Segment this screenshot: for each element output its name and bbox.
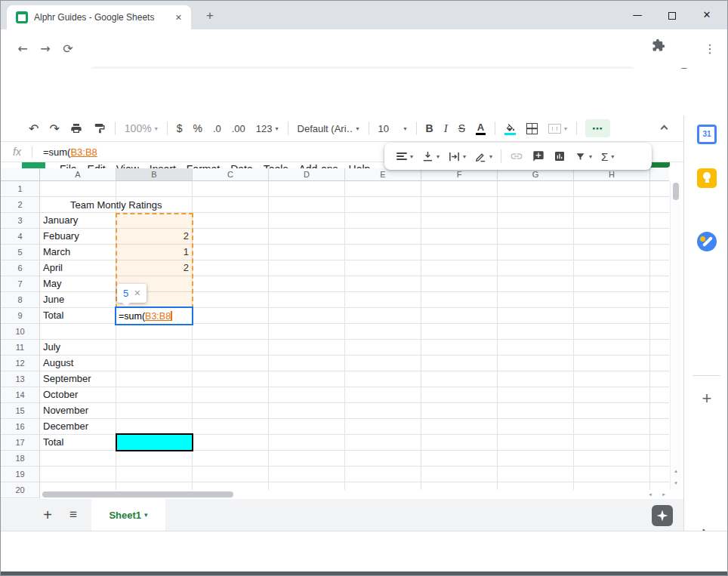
row-header-8[interactable]: 8 xyxy=(1,292,40,308)
cell-partial-4[interactable] xyxy=(650,229,669,245)
minimize-button[interactable]: — xyxy=(625,1,650,29)
row-header-14[interactable]: 14 xyxy=(1,387,40,403)
cell-h6[interactable] xyxy=(574,260,650,276)
horizontal-scrollbar-thumb[interactable] xyxy=(42,491,233,497)
text-wrap-button[interactable]: ▾ xyxy=(444,151,470,162)
cell-h1[interactable] xyxy=(574,181,650,197)
cell-h2[interactable] xyxy=(574,197,650,213)
merge-cells-button[interactable]: ▾ xyxy=(543,119,572,138)
hide-menus-button[interactable] xyxy=(656,122,671,135)
cell-h5[interactable] xyxy=(574,245,650,260)
cell-d2[interactable] xyxy=(269,197,345,213)
cell-e2[interactable] xyxy=(345,197,421,213)
cell-e11[interactable] xyxy=(345,340,421,356)
cell-c8[interactable] xyxy=(193,292,269,308)
cell-partial-8[interactable] xyxy=(650,292,669,308)
cell-d8[interactable] xyxy=(269,292,345,308)
cell-d1[interactable] xyxy=(269,181,345,197)
cell-f12[interactable] xyxy=(421,356,498,371)
cell-d16[interactable] xyxy=(269,419,345,435)
cell-a13[interactable]: September xyxy=(40,371,116,387)
cell-h17[interactable] xyxy=(574,435,650,451)
cell-c10[interactable] xyxy=(193,324,269,340)
back-button[interactable]: ← xyxy=(13,39,32,59)
cell-partial-16[interactable] xyxy=(650,419,669,435)
cell-f15[interactable] xyxy=(421,403,498,419)
row-header-5[interactable]: 5 xyxy=(1,245,40,260)
cell-partial-7[interactable] xyxy=(650,276,669,292)
cell-f4[interactable] xyxy=(421,229,498,245)
cell-c5[interactable] xyxy=(193,245,269,260)
cell-c6[interactable] xyxy=(193,260,269,276)
cell-b11[interactable] xyxy=(116,340,193,356)
column-header-c[interactable]: C xyxy=(193,168,269,181)
toolbar-more-button[interactable]: ⋯ xyxy=(585,119,610,137)
cell-b12[interactable] xyxy=(116,356,193,371)
column-header-a[interactable]: A xyxy=(40,168,116,181)
redo-button[interactable]: ↷ xyxy=(44,119,64,138)
cell-e3[interactable] xyxy=(345,213,421,229)
cell-c3[interactable] xyxy=(193,213,269,229)
column-header-h[interactable]: H xyxy=(574,168,650,181)
cell-h11[interactable] xyxy=(574,340,650,356)
functions-button[interactable]: Σ▾ xyxy=(597,150,618,163)
cell-a7[interactable]: May xyxy=(40,276,116,292)
cell-g4[interactable] xyxy=(498,229,574,245)
column-header-g[interactable]: G xyxy=(498,168,574,181)
cell-a9[interactable]: Total xyxy=(40,308,116,324)
cell-f1[interactable] xyxy=(421,181,498,197)
italic-button[interactable]: I xyxy=(439,119,453,138)
cell-partial-6[interactable] xyxy=(650,260,669,276)
sheet-tab-menu-icon[interactable]: ▾ xyxy=(144,511,148,519)
cell-partial-9[interactable] xyxy=(650,308,669,324)
cell-g3[interactable] xyxy=(498,213,574,229)
cell-a18[interactable] xyxy=(40,451,116,467)
cell-partial-11[interactable] xyxy=(650,340,669,356)
cell-h13[interactable] xyxy=(574,371,650,387)
cell-d15[interactable] xyxy=(269,403,345,419)
filter-button[interactable]: ▾ xyxy=(570,151,597,162)
row-header-20[interactable]: 20 xyxy=(1,482,40,498)
cell-b17-cyan-fill[interactable] xyxy=(116,433,193,451)
all-sheets-button[interactable]: ≡ xyxy=(64,506,82,524)
cell-g18[interactable] xyxy=(498,451,574,467)
row-header-4[interactable]: 4 xyxy=(1,229,40,245)
cell-a6[interactable]: April xyxy=(40,260,116,276)
cell-f10[interactable] xyxy=(421,324,498,340)
cell-d6[interactable] xyxy=(269,260,345,276)
cell-c19[interactable] xyxy=(193,467,269,482)
cell-b1[interactable] xyxy=(116,181,193,197)
horizontal-align-button[interactable]: ▾ xyxy=(392,151,418,162)
cell-d3[interactable] xyxy=(269,213,345,229)
cell-d14[interactable] xyxy=(269,387,345,403)
cell-d4[interactable] xyxy=(269,229,345,245)
row-header-11[interactable]: 11 xyxy=(1,340,40,356)
cell-d17[interactable] xyxy=(269,435,345,451)
cell-h18[interactable] xyxy=(574,451,650,467)
cell-f16[interactable] xyxy=(421,419,498,435)
cell-c7[interactable] xyxy=(193,276,269,292)
column-header-e[interactable]: E xyxy=(345,168,421,181)
google-tasks-icon[interactable] xyxy=(697,232,717,251)
format-currency-button[interactable]: $ xyxy=(171,119,188,138)
cell-a12[interactable]: August xyxy=(40,356,116,371)
cell-f11[interactable] xyxy=(421,340,498,356)
cell-c4[interactable] xyxy=(193,229,269,245)
cell-partial-18[interactable] xyxy=(650,451,669,467)
tooltip-close-icon[interactable]: ✕ xyxy=(134,288,140,298)
cell-c15[interactable] xyxy=(193,403,269,419)
font-select[interactable]: Default (Ari…▾ xyxy=(292,119,365,138)
cell-f14[interactable] xyxy=(421,387,498,403)
cell-g11[interactable] xyxy=(498,340,574,356)
cell-e4[interactable] xyxy=(345,229,421,245)
cell-b10[interactable] xyxy=(116,324,193,340)
strikethrough-button[interactable]: S xyxy=(453,119,470,138)
row-header-17[interactable]: 17 xyxy=(1,435,40,451)
cell-c11[interactable] xyxy=(193,340,269,356)
text-rotation-button[interactable]: ▾ xyxy=(470,151,497,162)
cell-g12[interactable] xyxy=(498,356,574,371)
cell-partial-12[interactable] xyxy=(650,356,669,371)
close-window-button[interactable]: ✕ xyxy=(694,1,720,29)
scroll-down-icon[interactable]: ▾ xyxy=(671,478,681,489)
undo-button[interactable]: ↶ xyxy=(23,119,44,138)
